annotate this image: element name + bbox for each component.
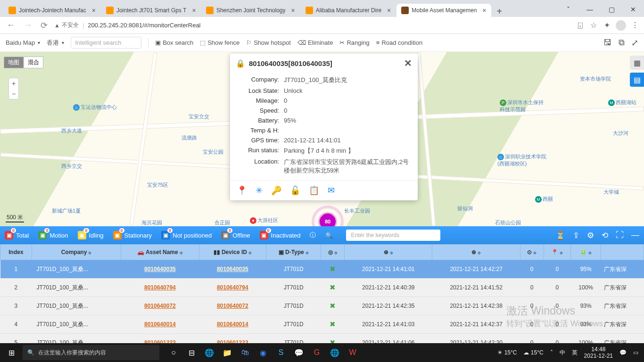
ime-indicator-2[interactable]: 英: [572, 349, 578, 357]
filter-offline[interactable]: 0▣Offline: [221, 231, 250, 239]
col-speed[interactable]: ⊙◆: [520, 245, 544, 260]
asset-marker[interactable]: 80: [318, 212, 337, 226]
filter-stationary[interactable]: 0▣Stationary: [113, 231, 152, 239]
popup-key-icon[interactable]: 🔑: [271, 185, 281, 196]
tab-3[interactable]: Alibaba Manufacturer Dire×: [301, 4, 396, 17]
table-row[interactable]: 1JT701D_100_莫桑...80106400358010640035JT7…: [0, 260, 644, 279]
popup-unlock-icon[interactable]: 🔓: [290, 185, 300, 196]
col-d-type[interactable]: ▣ D-Type◆: [266, 245, 321, 260]
asset-link[interactable]: 8010640072: [144, 303, 176, 309]
region-dropdown[interactable]: 香港: [47, 39, 64, 47]
reload-button[interactable]: ⟳: [39, 20, 50, 31]
menu-icon[interactable]: ⋮: [631, 21, 639, 30]
app-icon[interactable]: ◉: [256, 345, 271, 360]
forward-button[interactable]: →: [22, 20, 34, 30]
map-provider-dropdown[interactable]: Baidu Map: [6, 39, 40, 46]
close-icon[interactable]: ×: [291, 7, 295, 14]
weather-widget[interactable]: ☀ 15°C: [497, 349, 517, 356]
cortana-icon[interactable]: ○: [166, 345, 181, 360]
translate-icon[interactable]: ⌺: [576, 21, 585, 30]
popup-close-button[interactable]: ✕: [404, 58, 412, 69]
keyword-search-input[interactable]: Enter the keywords: [346, 230, 440, 241]
map-tab-satellite[interactable]: 混合: [24, 57, 43, 68]
filter-total[interactable]: 0▣Total: [5, 231, 29, 239]
show-fence-button[interactable]: ⬚ Show fence: [200, 39, 239, 46]
weather-widget-2[interactable]: ☁ 15°C: [523, 349, 543, 356]
map-tab-map[interactable]: 地图: [4, 57, 24, 68]
tab-4-active[interactable]: Mobile Asset Managemen×: [396, 4, 491, 17]
device-link[interactable]: 8010640794: [217, 284, 248, 291]
filter-not-positioned[interactable]: 0▣Not positioned: [161, 231, 212, 239]
explorer-icon[interactable]: 📁: [220, 345, 235, 360]
ranging-button[interactable]: ✂ Ranging: [339, 39, 369, 46]
col-asset-name[interactable]: 🚗 Asset Name◆: [121, 245, 199, 260]
col-battery[interactable]: 🔋◆: [570, 245, 601, 260]
table-row[interactable]: 2JT701D_100_莫桑...80106407948010640794JT7…: [0, 279, 644, 297]
wechat-icon[interactable]: 💬: [291, 345, 306, 360]
edge-icon[interactable]: 🌐: [202, 345, 217, 360]
save-icon[interactable]: 🖫: [603, 38, 612, 48]
device-link[interactable]: 8010640035: [217, 266, 248, 272]
popup-locate-icon[interactable]: 📍: [237, 185, 247, 196]
hourglass-icon[interactable]: ⏳: [555, 230, 565, 240]
col-mileage[interactable]: 📍◆: [544, 245, 570, 260]
map-canvas[interactable]: 地图 混合 + − 500 米 ⌂宝运达物流中心 宝安立交 宝安75区 宝安公园…: [0, 52, 644, 226]
col-gps-status[interactable]: ◎◆: [321, 245, 345, 260]
close-icon[interactable]: ×: [92, 7, 96, 14]
intelligent-search-input[interactable]: Intelligent search: [71, 37, 141, 49]
extensions-icon[interactable]: ✦: [603, 21, 611, 30]
col-company[interactable]: Company◆: [32, 245, 121, 260]
taskbar-search[interactable]: 🔍 在这里输入你要搜索的内容: [23, 345, 159, 360]
fullscreen-icon[interactable]: ⤢: [631, 38, 638, 48]
skype-icon[interactable]: S: [273, 345, 289, 360]
ime-indicator[interactable]: 中: [560, 349, 565, 357]
notifications-icon[interactable]: 💬: [619, 349, 627, 356]
zoom-in-button[interactable]: +: [9, 78, 18, 89]
tab-0[interactable]: Jointech-Jointech Manufac×: [4, 4, 100, 17]
minimize-panel-icon[interactable]: —: [631, 230, 639, 240]
close-button[interactable]: ✕: [622, 2, 644, 17]
chevron-down-icon[interactable]: ˅: [557, 2, 579, 17]
tab-2[interactable]: Shenzhen Joint Technology×: [201, 4, 300, 17]
start-button[interactable]: ⊞: [0, 343, 23, 362]
export-icon[interactable]: ⇪: [573, 230, 579, 240]
asset-link[interactable]: 8010640035: [144, 266, 176, 272]
profile-avatar[interactable]: [616, 20, 626, 31]
asset-link[interactable]: 8010640794: [144, 284, 176, 291]
table-row[interactable]: 3JT701D_100_莫桑...80106400728010640072JT7…: [0, 297, 644, 315]
popout-icon[interactable]: ⧉: [619, 38, 625, 48]
popup-track-icon[interactable]: ✳: [256, 185, 263, 196]
close-icon[interactable]: ×: [482, 7, 486, 14]
close-icon[interactable]: ×: [387, 7, 391, 14]
asset-link[interactable]: 8010640014: [144, 321, 176, 328]
col-recv-time[interactable]: ⊕◆: [432, 245, 520, 260]
maximize-button[interactable]: ▢: [601, 2, 622, 17]
address-bar[interactable]: ▲ 不安全 | 200.25.245.20:8081/#/monitorCent…: [54, 21, 571, 29]
box-search-button[interactable]: ▣ Box search: [155, 39, 193, 46]
popup-mail-icon[interactable]: ✉: [328, 185, 335, 196]
eliminate-button[interactable]: ⌫ Eliminate: [297, 39, 333, 46]
wps-icon[interactable]: W: [345, 345, 360, 360]
back-button[interactable]: ←: [5, 20, 17, 30]
clock[interactable]: 14:482021-12-21: [584, 346, 613, 360]
refresh-icon[interactable]: ⟲: [602, 230, 608, 240]
info-icon[interactable]: ⓘ: [310, 231, 316, 239]
device-link[interactable]: 8010640014: [217, 321, 248, 328]
road-condition-button[interactable]: ≡ Road condition: [376, 39, 422, 46]
popup-report-icon[interactable]: 📋: [309, 185, 319, 196]
chrome-icon[interactable]: 🌐: [327, 345, 342, 360]
side-panel-grid-icon[interactable]: ▦: [630, 56, 644, 70]
col-location[interactable]: [601, 245, 644, 260]
expand-icon[interactable]: ⛶: [616, 230, 624, 240]
app2-icon[interactable]: G: [309, 345, 324, 360]
gear-icon[interactable]: ⚙: [587, 230, 594, 240]
filter-motion[interactable]: 0▣Motion: [38, 231, 68, 239]
col-index[interactable]: Index: [0, 245, 32, 260]
col-gps-time[interactable]: ⊕◆: [345, 245, 432, 260]
side-panel-list-icon[interactable]: ▤: [630, 73, 644, 87]
close-icon[interactable]: ×: [192, 7, 196, 14]
filter-idling[interactable]: 0▣Idling: [78, 231, 104, 239]
bookmark-icon[interactable]: ☆: [589, 21, 598, 30]
show-hotspot-button[interactable]: ⚐ Show hotspot: [246, 39, 291, 46]
action-center-icon[interactable]: ▭: [633, 349, 638, 356]
